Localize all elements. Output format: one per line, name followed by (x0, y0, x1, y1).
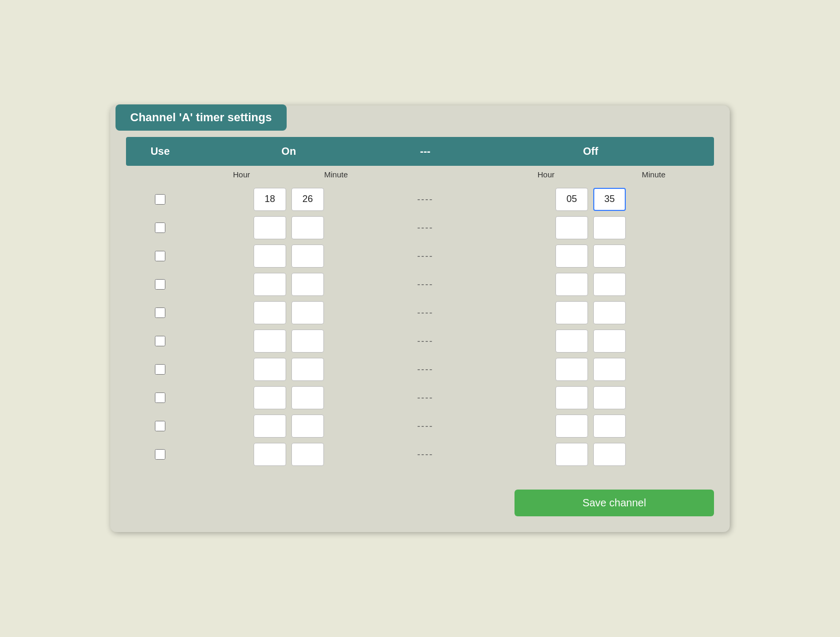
cell-off-7 (467, 386, 714, 409)
use-checkbox-2[interactable] (155, 251, 165, 261)
off-min-input-0[interactable] (593, 188, 626, 211)
on-hour-input-7[interactable] (254, 386, 286, 409)
cell-off-0 (467, 188, 714, 211)
col-sep-header: --- (383, 145, 467, 157)
cell-sep-2: ---- (383, 251, 467, 261)
on-min-input-0[interactable] (291, 188, 324, 211)
cell-on-2 (194, 245, 383, 268)
on-hour-input-8[interactable] (254, 415, 286, 438)
off-hour-input-7[interactable] (555, 386, 588, 409)
use-checkbox-7[interactable] (155, 392, 165, 403)
col-off-header: Off (467, 145, 714, 157)
on-min-input-9[interactable] (291, 443, 324, 466)
cell-sep-9: ---- (383, 449, 467, 460)
on-hour-input-5[interactable] (254, 330, 286, 353)
table-row: ---- (126, 214, 714, 242)
table-row: ---- (126, 440, 714, 469)
on-hour-input-1[interactable] (254, 216, 286, 239)
dialog: Channel 'A' timer settings Use On --- Of… (110, 105, 730, 532)
cell-off-5 (467, 330, 714, 353)
use-checkbox-0[interactable] (155, 194, 165, 205)
off-min-input-1[interactable] (593, 216, 626, 239)
cell-use-7 (126, 392, 194, 403)
cell-on-6 (194, 358, 383, 381)
use-checkbox-9[interactable] (155, 449, 165, 460)
cell-use-4 (126, 307, 194, 318)
on-min-input-1[interactable] (291, 216, 324, 239)
cell-sep-3: ---- (383, 279, 467, 290)
cell-use-1 (126, 222, 194, 233)
off-hour-input-5[interactable] (555, 330, 588, 353)
subheader-row: Hour Minute Hour Minute (126, 166, 714, 183)
off-hour-input-1[interactable] (555, 216, 588, 239)
table-row: ---- (126, 355, 714, 384)
cell-sep-5: ---- (383, 336, 467, 346)
cell-on-0 (194, 188, 383, 211)
on-hour-input-9[interactable] (254, 443, 286, 466)
off-min-input-8[interactable] (593, 415, 626, 438)
on-hour-input-0[interactable] (254, 188, 286, 211)
off-min-input-9[interactable] (593, 443, 626, 466)
table-row: ---- (126, 270, 714, 299)
save-channel-button[interactable]: Save channel (514, 490, 714, 516)
use-checkbox-5[interactable] (155, 336, 165, 346)
cell-use-6 (126, 364, 194, 375)
cell-sep-7: ---- (383, 392, 467, 403)
on-min-input-3[interactable] (291, 273, 324, 296)
off-hour-input-9[interactable] (555, 443, 588, 466)
cell-use-8 (126, 421, 194, 431)
table-row: ---- (126, 384, 714, 412)
title-bar: Channel 'A' timer settings (116, 104, 287, 131)
off-hour-input-4[interactable] (555, 301, 588, 324)
table-row: ---- (126, 327, 714, 355)
rows-container: ---- ---- ---- (126, 185, 714, 469)
col-on-header: On (194, 145, 383, 157)
on-min-input-4[interactable] (291, 301, 324, 324)
use-checkbox-6[interactable] (155, 364, 165, 375)
cell-on-5 (194, 330, 383, 353)
on-min-input-8[interactable] (291, 415, 324, 438)
off-hour-input-3[interactable] (555, 273, 588, 296)
off-hour-input-6[interactable] (555, 358, 588, 381)
use-checkbox-4[interactable] (155, 307, 165, 318)
cell-off-8 (467, 415, 714, 438)
cell-sep-4: ---- (383, 307, 467, 318)
off-hour-input-8[interactable] (555, 415, 588, 438)
on-hour-input-2[interactable] (254, 245, 286, 268)
off-min-input-6[interactable] (593, 358, 626, 381)
cell-on-9 (194, 443, 383, 466)
cell-on-3 (194, 273, 383, 296)
cell-on-4 (194, 301, 383, 324)
content-area: Use On --- Off Hour Minute Hour Minute -… (110, 132, 730, 479)
use-checkbox-8[interactable] (155, 421, 165, 431)
cell-use-3 (126, 279, 194, 290)
off-min-input-5[interactable] (593, 330, 626, 353)
cell-use-5 (126, 336, 194, 346)
dialog-title: Channel 'A' timer settings (130, 111, 272, 124)
cell-off-6 (467, 358, 714, 381)
cell-use-9 (126, 449, 194, 460)
cell-on-8 (194, 415, 383, 438)
on-min-input-6[interactable] (291, 358, 324, 381)
sh-off-min: Minute (593, 170, 714, 179)
on-min-input-5[interactable] (291, 330, 324, 353)
on-hour-input-6[interactable] (254, 358, 286, 381)
off-hour-input-2[interactable] (555, 245, 588, 268)
on-min-input-7[interactable] (291, 386, 324, 409)
cell-sep-8: ---- (383, 421, 467, 431)
table-row: ---- (126, 242, 714, 270)
off-min-input-2[interactable] (593, 245, 626, 268)
off-min-input-7[interactable] (593, 386, 626, 409)
off-hour-input-0[interactable] (555, 188, 588, 211)
use-checkbox-1[interactable] (155, 222, 165, 233)
off-min-input-3[interactable] (593, 273, 626, 296)
on-hour-input-3[interactable] (254, 273, 286, 296)
off-min-input-4[interactable] (593, 301, 626, 324)
cell-off-1 (467, 216, 714, 239)
use-checkbox-3[interactable] (155, 279, 165, 290)
cell-use-0 (126, 194, 194, 205)
sh-on-min: Minute (289, 170, 383, 179)
on-hour-input-4[interactable] (254, 301, 286, 324)
sh-off-hour: Hour (499, 170, 593, 179)
on-min-input-2[interactable] (291, 245, 324, 268)
